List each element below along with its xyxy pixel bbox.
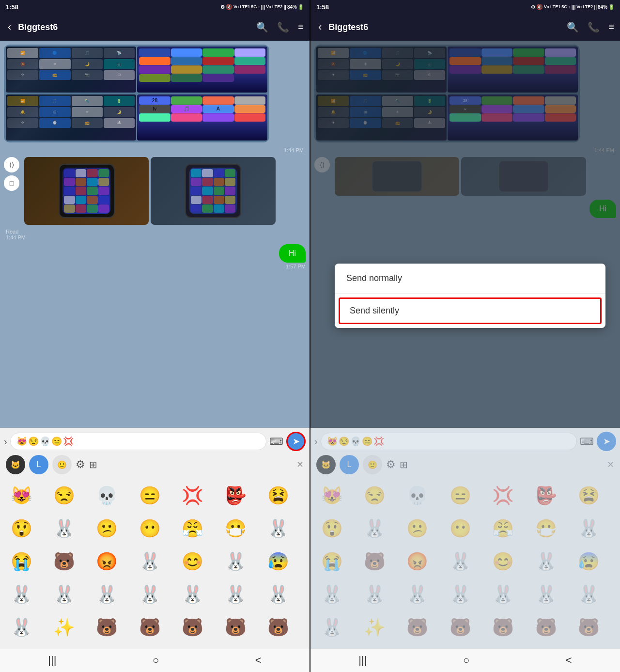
sticker-r10: 😕 <box>402 513 433 544</box>
nav-back-right[interactable]: ||| <box>355 650 371 671</box>
photo-2 <box>151 157 275 225</box>
sticker-input-right: 😻 😒 💀 😑 💢 <box>321 433 577 450</box>
sticker-row-left: 😻 😒 💀 😑 💢 <box>16 436 74 447</box>
sticker-26[interactable]: 🐰 <box>177 579 208 610</box>
sticker-34[interactable]: 🐻 <box>220 612 251 643</box>
sticker-r8: 😲 <box>316 513 347 544</box>
send-options-popup: Send normally Send silently <box>335 264 605 328</box>
sticker-24[interactable]: 🐰 <box>92 579 123 610</box>
sticker-tab-face[interactable]: 🙂 <box>52 455 72 474</box>
photo-1 <box>24 157 149 225</box>
sticker-27[interactable]: 🐰 <box>220 579 251 610</box>
back-button-right[interactable]: ‹ <box>316 19 324 35</box>
sticker-28[interactable]: 🐰 <box>263 579 294 610</box>
sticker-grid-icon[interactable]: ⊞ <box>89 459 97 470</box>
sticker-32[interactable]: 🐻 <box>134 612 165 643</box>
screenshot-img-3: 📶 🎵 🔦 🔋 🔔 ⊞ ☀ 🌛 ✈ ⌚ 📻 🕹 <box>6 94 136 141</box>
sticker-18[interactable]: 🐰 <box>134 546 165 577</box>
sticker-23[interactable]: 🐰 <box>48 579 79 610</box>
sticker-15[interactable]: 😭 <box>6 546 37 577</box>
menu-icon-right[interactable]: ≡ <box>608 21 614 33</box>
sticker-14[interactable]: 🐰 <box>263 513 294 544</box>
sticker-29[interactable]: 🐰 <box>6 612 37 643</box>
back-button-left[interactable]: ‹ <box>6 19 13 35</box>
sticker-r9: 🐰 <box>359 513 390 544</box>
sticker-13[interactable]: 😷 <box>220 513 251 544</box>
nav-recent-left[interactable]: < <box>251 650 265 671</box>
sticker-r3: 💀 <box>402 480 433 511</box>
keyboard-button-left[interactable]: ⌨ <box>269 436 283 447</box>
sticker-r21: 😰 <box>574 546 604 577</box>
copy-button[interactable]: □ <box>4 175 19 191</box>
sticker-tab-cat[interactable]: 🐱 <box>6 455 25 474</box>
search-icon-left[interactable]: 🔍 <box>256 21 268 33</box>
sticker-22[interactable]: 🐰 <box>6 579 37 610</box>
sticker-r4: 😑 <box>445 480 476 511</box>
nav-bar-right: ||| ○ < <box>310 649 620 672</box>
sticker-panel-tabs-left: 🐱 L 🙂 ⚙ ⊞ ✕ <box>4 455 306 478</box>
sticker-2[interactable]: 😒 <box>48 480 79 511</box>
screenshot-img-2 <box>137 47 267 93</box>
sticker-r5: 💢 <box>488 480 519 511</box>
sticker-r1: 😻 <box>316 480 347 511</box>
nav-home-right[interactable]: ○ <box>459 650 473 671</box>
sticker-r32: 🐻 <box>445 612 476 643</box>
menu-icon-left[interactable]: ≡ <box>298 21 304 33</box>
sticker-settings-icon[interactable]: ⚙ <box>76 458 85 471</box>
sticker-20[interactable]: 🐰 <box>220 546 251 577</box>
send-normally-option[interactable]: Send normally <box>335 264 605 294</box>
sticker-r34: 🐻 <box>530 612 561 643</box>
sticker-33[interactable]: 🐻 <box>177 612 208 643</box>
nav-recent-right[interactable]: < <box>562 650 576 671</box>
sticker-6[interactable]: 👺 <box>220 480 251 511</box>
sticker-tab-blue[interactable]: L <box>29 455 48 474</box>
sticker-r16: 🐻 <box>359 546 390 577</box>
sticker-r2: 😒 <box>359 480 390 511</box>
sticker-17[interactable]: 😡 <box>92 546 123 577</box>
chat-title-left: Biggtest6 <box>18 22 251 32</box>
sticker-4[interactable]: 😑 <box>134 480 165 511</box>
hi-timestamp-left: 1:57 PM <box>286 264 306 269</box>
sticker-5[interactable]: 💢 <box>177 480 208 511</box>
sticker-r13: 😷 <box>530 513 561 544</box>
sticker-16[interactable]: 🐻 <box>48 546 79 577</box>
sticker-1[interactable]: 😻 <box>6 480 37 511</box>
nav-back-left[interactable]: ||| <box>44 650 60 671</box>
nav-home-left[interactable]: ○ <box>149 650 163 671</box>
send-silently-option[interactable]: Send silently <box>339 297 602 324</box>
sticker-r15: 😭 <box>316 546 347 577</box>
sticker-input-left[interactable]: 😻 😒 💀 😑 💢 <box>10 433 266 450</box>
send-button-left[interactable]: ➤ <box>286 432 306 451</box>
sticker-8[interactable]: 😲 <box>6 513 37 544</box>
send-icon-right: ➤ <box>603 436 610 447</box>
status-bar-left: 1:58 ⚙ 🔇 Vo LTE1 5G ↕ ||| Vo LTE2 || 84%… <box>0 0 310 14</box>
sticker-r23: 🐰 <box>359 579 390 610</box>
sticker-10[interactable]: 😕 <box>92 513 123 544</box>
header-icons-right: 🔍 📞 ≡ <box>567 21 614 33</box>
sticker-19[interactable]: 😊 <box>177 546 208 577</box>
sticker-12[interactable]: 😤 <box>177 513 208 544</box>
search-icon-right[interactable]: 🔍 <box>567 21 579 33</box>
expand-button-left[interactable]: › <box>4 436 7 447</box>
sticker-21[interactable]: 😰 <box>263 546 294 577</box>
time-right: 1:58 <box>316 3 329 11</box>
sticker-delete-icon[interactable]: ✕ <box>296 459 304 470</box>
hi-message-left: Hi 1:57 PM <box>279 244 306 269</box>
sticker-3[interactable]: 💀 <box>92 480 123 511</box>
sticker-r11: 😶 <box>445 513 476 544</box>
sticker-30[interactable]: ✨ <box>48 612 79 643</box>
chat-area-left: 📶 🔵 🎵 📡 🔕 ☀ 🌙 📺 ✈ 📻 📷 ⏱ <box>0 41 310 428</box>
sticker-r31: 🐻 <box>402 612 433 643</box>
share-button[interactable]: ⟨⟩ <box>4 157 19 172</box>
sticker-11[interactable]: 😶 <box>134 513 165 544</box>
phone-icon-left[interactable]: 📞 <box>277 21 289 33</box>
sticker-31[interactable]: 🐻 <box>92 612 123 643</box>
sticker-tab-cat-right: 🐱 <box>316 455 336 474</box>
sticker-25[interactable]: 🐰 <box>134 579 165 610</box>
sticker-grid-right: 😻 😒 💀 😑 💢 👺 😫 😲 🐰 😕 😶 😤 😷 🐰 😭 🐻 😡 🐰 😊 <box>314 478 616 645</box>
sticker-35[interactable]: 🐻 <box>263 612 294 643</box>
sticker-7[interactable]: 😫 <box>263 480 294 511</box>
chat-header-left: ‹ Biggtest6 🔍 📞 ≡ <box>0 14 310 41</box>
phone-icon-right[interactable]: 📞 <box>588 21 600 33</box>
sticker-9[interactable]: 🐰 <box>48 513 79 544</box>
